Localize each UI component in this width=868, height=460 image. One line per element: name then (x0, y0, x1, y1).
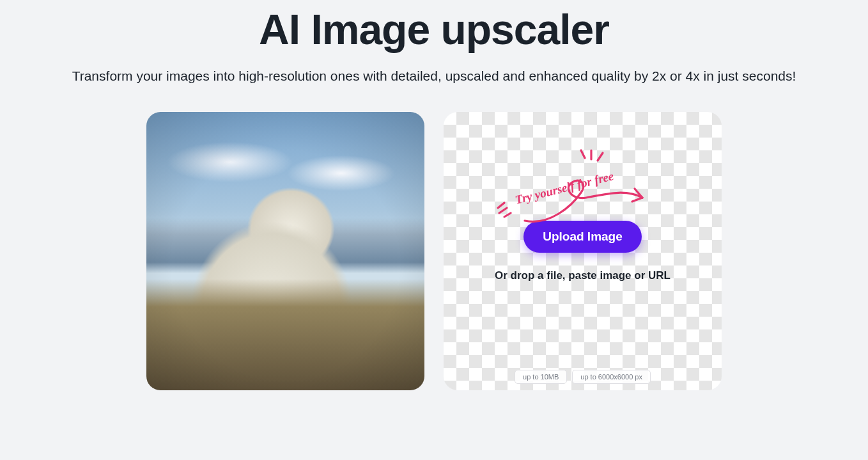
upload-limits: up to 10MB up to 6000x6000 px (444, 370, 722, 384)
limit-size-chip: up to 10MB (515, 370, 567, 384)
drop-instruction: Or drop a file, paste image or URL (495, 269, 670, 282)
page-subtitle: Transform your images into high-resoluti… (72, 68, 796, 84)
upload-image-button[interactable]: Upload Image (523, 221, 642, 253)
panels-row: Try yourself for free Upload Image Or dr… (146, 112, 722, 390)
example-image (146, 112, 424, 390)
upload-dropzone[interactable]: Upload Image Or drop a file, paste image… (444, 112, 722, 390)
page-title: AI Image upscaler (259, 8, 609, 52)
limit-dimensions-chip: up to 6000x6000 px (572, 370, 651, 384)
